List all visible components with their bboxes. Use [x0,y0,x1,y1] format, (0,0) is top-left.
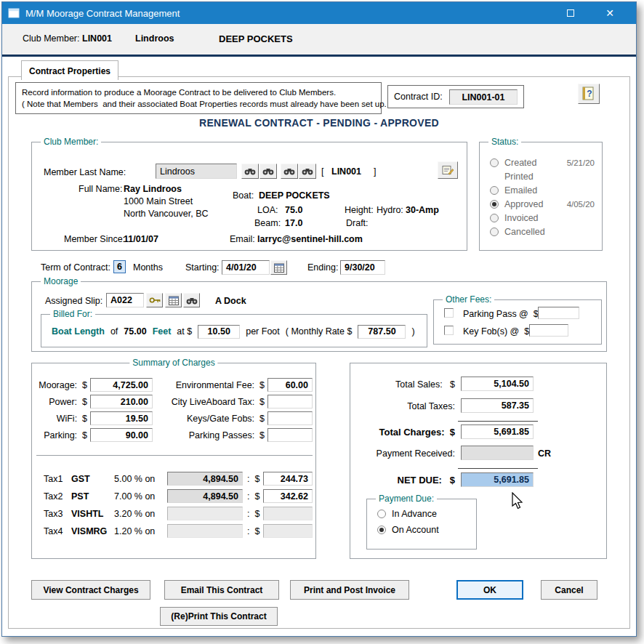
help-icon: ? [581,86,597,102]
tax2-base-field[interactable]: 4,894.50 [167,489,243,503]
contract-id-label: Contract ID: [394,92,443,102]
boat-name-value: DEEP POCKETS [259,190,330,201]
slip-browse-button[interactable] [165,293,182,307]
parking-pass-checkbox[interactable] [444,308,454,318]
close-button[interactable]: ✕ [594,2,626,24]
contract-id-field[interactable]: LIN001-01 [449,89,518,105]
status-label-cancelled: Cancelled [504,227,545,238]
assigned-slip-field[interactable]: A022 [106,293,144,307]
key-icon [149,297,161,304]
member-filter-button[interactable] [259,164,277,179]
starting-date-field[interactable]: 4/01/20 [222,260,270,275]
boat-find-button[interactable] [281,164,298,179]
binoculars-icon [186,297,198,305]
rate-per-foot-field[interactable]: 10.50 [198,325,240,339]
power-charge-label: Power: $ [35,397,87,408]
tax1-base-field[interactable]: 4,894.50 [167,472,243,486]
restore-icon [567,9,574,17]
tax1-sep: : $ [247,474,259,485]
app-icon [8,8,20,18]
cancel-button[interactable]: Cancel [541,580,597,600]
total-charges-field[interactable]: 5,691.85 [461,424,534,439]
other-fees-group: Other Fees: Parking Pass @ $ Key Fob(s) … [433,299,602,345]
payment-due-group-label: Payment Due: [376,494,437,504]
summary-divider [36,455,313,456]
address-line-1: 1000 Main Street [124,196,193,207]
status-group-label: Status: [488,137,521,147]
tab-contract-properties[interactable]: Contract Properties [21,60,118,80]
binoculars-icon [302,167,313,175]
parking-pass-field[interactable] [538,307,579,319]
in-advance-label: In Advance [392,509,437,520]
liveaboard-tax-label: City LiveAboard Tax: $ [141,397,265,408]
ending-date-field[interactable]: 9/30/20 [340,260,385,275]
slip-find-button[interactable] [183,293,200,307]
parking-charge-label: Parking: $ [35,430,87,441]
liveaboard-tax-field[interactable] [267,395,313,408]
on-account-radio[interactable] [377,526,386,534]
parking-passes-field[interactable] [267,428,313,442]
help-button[interactable]: ? [578,84,600,104]
calendar-icon [274,263,284,273]
tax1-code: GST [71,474,90,485]
keys-fobs-field[interactable] [267,411,313,425]
slip-key-button[interactable] [146,293,163,307]
environmental-fee-field[interactable]: 60.00 [267,378,313,392]
key-fob-field[interactable] [529,324,568,337]
calendar-button[interactable] [270,260,287,275]
totals-panel: Total Sales: $ 5,104.50 Total Taxes: 587… [350,363,607,559]
height-label: Height: [345,205,374,216]
term-months-field[interactable]: 6 [113,260,126,273]
member-find-button[interactable] [241,164,259,179]
in-advance-radio[interactable] [377,510,386,518]
tax4-name: Tax4 [44,526,63,537]
net-due-line [458,468,538,469]
wifi-charge-label: WiFi: $ [35,414,87,424]
boat-filter-button[interactable] [299,164,316,179]
tax4-code: VISMRG [71,526,107,537]
hydro-value: 30-Amp [406,205,439,216]
hydro-label: Hydro: [377,205,403,216]
member-last-name-input[interactable]: Lindroos [156,164,237,179]
tax2-sep: : $ [247,491,259,502]
member-since-value: 11/01/07 [124,234,158,245]
print-post-invoice-button[interactable]: Print and Post Invoice [290,580,409,600]
moorage-contract-window: M/M Moorage Contract Management ✕ Club M… [1,1,637,637]
tax3-base-field [167,507,243,520]
view-contract-charges-button[interactable]: View Contract Charges [31,580,150,600]
restore-button[interactable] [555,2,587,24]
payment-received-field[interactable] [461,446,534,460]
of-label: of [110,326,118,337]
tax1-amount-field[interactable]: 244.73 [263,472,313,486]
email-contract-button[interactable]: Email This Contract [164,580,279,600]
reprint-contract-button[interactable]: (Re)Print This Contract [160,607,278,626]
memo-icon [442,165,454,175]
ok-button[interactable]: OK [456,580,523,600]
tax3-sep: : $ [247,509,259,520]
tax3-amount-field [263,507,313,520]
months-label: Months [133,262,163,273]
payment-due-group: Payment Due: In Advance On Account [366,499,477,550]
total-taxes-field[interactable]: 587.35 [461,398,534,413]
binoculars-icon [283,167,295,175]
status-label-invoiced: Invoiced [504,213,539,224]
on-account-label: On Account [392,525,439,536]
note-button[interactable] [438,161,458,179]
svg-text:?: ? [587,89,592,99]
net-due-field[interactable]: 5,691.85 [461,472,534,487]
status-radio-created [490,158,499,167]
member-header: Club Member: LIN001 Lindroos DEEP POCKET… [2,24,636,55]
full-name-label: Full Name: [79,184,122,195]
loa-value: 75.0 [285,205,302,216]
tax4-amount-field [263,524,313,538]
full-name-value: Ray Lindroos [124,184,182,195]
status-date-approved: 4/05/20 [567,199,595,210]
key-fob-checkbox[interactable] [444,326,454,335]
binoculars-icon [262,167,274,175]
beam-label: Beam: [254,218,281,229]
status-radio-cancelled [490,228,499,236]
tax2-amount-field[interactable]: 342.62 [263,489,313,503]
loa-label: LOA: [257,205,278,216]
monthly-rate-field[interactable]: 787.50 [358,325,406,339]
total-sales-field[interactable]: 5,104.50 [461,377,534,391]
